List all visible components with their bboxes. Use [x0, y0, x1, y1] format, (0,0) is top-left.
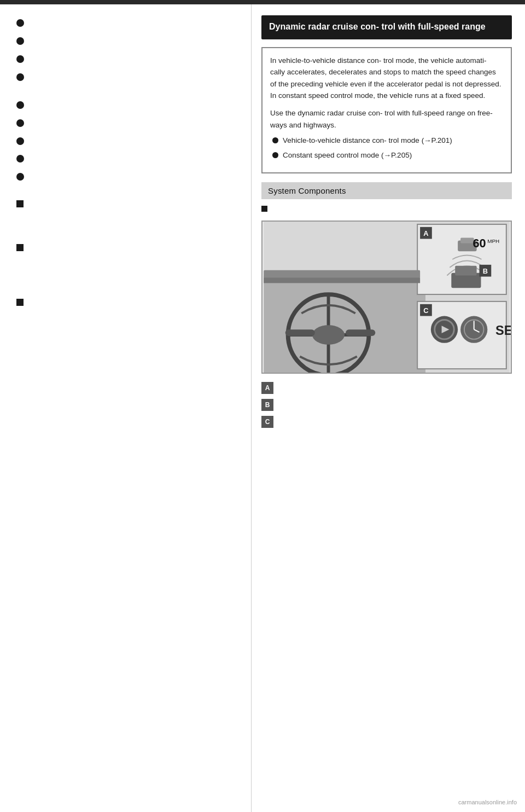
list-item — [16, 18, 240, 29]
info-bullet-list: Vehicle-to-vehicle distance con- trol mo… — [270, 135, 503, 161]
system-components-bar: System Components — [261, 182, 512, 199]
label-row-a: A — [261, 381, 512, 394]
label-b-text — [279, 398, 281, 409]
list-item — [16, 118, 240, 129]
main-layout: Dynamic radar cruise con- trol with full… — [0, 4, 525, 812]
bullet-dot-icon — [16, 173, 24, 181]
svg-text:MPH: MPH — [487, 238, 499, 244]
section-heading-2 — [16, 243, 240, 287]
list-item — [16, 171, 240, 183]
svg-text:B: B — [483, 267, 488, 275]
svg-rect-17 — [455, 266, 476, 276]
list-item — [16, 136, 240, 147]
section-heading-3 — [16, 298, 240, 352]
label-row-c: C — [261, 415, 512, 428]
svg-rect-33 — [264, 270, 420, 279]
info-bullet-item-1: Vehicle-to-vehicle distance con- trol mo… — [272, 135, 503, 147]
list-item — [16, 100, 240, 111]
diagram-area: A 60 MPH — [261, 221, 512, 374]
label-c-text — [279, 415, 281, 426]
info-box: In vehicle-to-vehicle distance con- trol… — [261, 47, 512, 173]
info-para-1: In vehicle-to-vehicle distance con- trol… — [270, 55, 503, 102]
svg-point-8 — [312, 325, 345, 344]
section-heading-1 — [16, 199, 240, 232]
bullet-dot-icon — [16, 73, 24, 81]
diagram-svg: A 60 MPH — [262, 222, 511, 373]
label-a-text — [279, 381, 281, 392]
info-bullet-1-text: Vehicle-to-vehicle distance con- trol mo… — [283, 135, 452, 147]
info-para-2: Use the dynamic radar cruise con- trol w… — [270, 107, 503, 131]
square-bullet-icon — [16, 299, 24, 306]
bullet-dot-icon — [16, 155, 24, 163]
info-bullet-dot-icon — [272, 152, 278, 158]
svg-rect-15 — [460, 237, 474, 243]
left-column — [0, 4, 252, 812]
bullet-list-top — [16, 18, 240, 183]
list-item — [16, 153, 240, 165]
svg-text:A: A — [423, 229, 428, 237]
drcc-title-box: Dynamic radar cruise con- trol with full… — [261, 15, 512, 39]
bullet-dot-icon — [16, 19, 24, 27]
list-item — [16, 72, 240, 83]
svg-rect-9 — [285, 329, 315, 336]
top-bar — [0, 0, 525, 4]
bullet-dot-icon — [16, 37, 24, 45]
bullet-dot-icon — [16, 55, 24, 63]
svg-text:SET: SET — [495, 323, 511, 338]
list-item — [16, 36, 240, 47]
svg-text:C: C — [423, 306, 428, 315]
bullet-dot-icon — [16, 101, 24, 109]
label-row-b: B — [261, 398, 512, 411]
info-bullet-item-2: Constant speed control mode (→P.205) — [272, 150, 503, 161]
svg-text:60: 60 — [472, 236, 486, 250]
small-square-bullet-icon — [261, 206, 267, 212]
label-badge-c: C — [261, 416, 273, 428]
info-bullet-dot-icon — [272, 137, 278, 143]
square-bullet-icon — [16, 200, 24, 207]
watermark: carmanualsonline.info — [456, 798, 520, 807]
svg-rect-34 — [264, 277, 420, 283]
info-bullet-2-text: Constant speed control mode (→P.205) — [283, 150, 412, 161]
label-badge-a: A — [261, 382, 273, 394]
bullet-dot-icon — [16, 137, 24, 145]
bullet-dot-icon — [16, 119, 24, 127]
square-bullet-icon — [16, 244, 24, 251]
system-components-bullet-row — [261, 205, 512, 216]
label-badge-b: B — [261, 399, 273, 411]
svg-rect-10 — [346, 329, 375, 336]
list-item — [16, 54, 240, 65]
drcc-title: Dynamic radar cruise con- trol with full… — [269, 21, 504, 33]
system-components-title: System Components — [268, 186, 346, 195]
right-column: Dynamic radar cruise con- trol with full… — [252, 4, 525, 812]
